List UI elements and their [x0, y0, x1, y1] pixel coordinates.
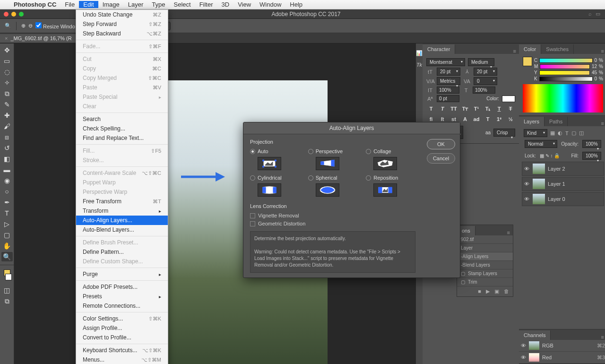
- history-brush-icon[interactable]: ↺: [1, 143, 13, 153]
- projection-option[interactable]: Collage: [366, 148, 415, 170]
- font-family-select[interactable]: Montserrat: [426, 58, 465, 66]
- menu-item[interactable]: Define Pattern...: [76, 247, 168, 257]
- tab-paths[interactable]: Paths: [544, 117, 568, 126]
- trash-icon[interactable]: 🗑: [504, 288, 509, 295]
- visibility-icon[interactable]: 👁: [523, 181, 530, 187]
- background-swatch[interactable]: [5, 274, 12, 280]
- glyphs-icon[interactable]: Tk: [416, 62, 422, 68]
- menu-item[interactable]: Menus...⌥⇧⌘M: [76, 355, 168, 364]
- stamp-tool-icon[interactable]: ⧇: [1, 132, 13, 142]
- smallcaps-button[interactable]: Tᴛ: [460, 105, 470, 113]
- hscale[interactable]: [473, 87, 495, 94]
- menu-item[interactable]: Find and Replace Text...: [76, 133, 168, 143]
- leading[interactable]: 20 pt: [474, 68, 497, 76]
- menu-item[interactable]: Adobe PDF Presets...: [76, 282, 168, 292]
- filter-shape-icon[interactable]: ▢: [571, 130, 576, 136]
- dodge-tool-icon[interactable]: ○: [1, 187, 13, 196]
- stop-icon[interactable]: ■: [478, 288, 481, 295]
- menu-item[interactable]: Purge: [76, 269, 168, 279]
- panel-menu-icon[interactable]: ≡: [598, 48, 605, 54]
- zoom-in-icon[interactable]: ⊕: [21, 23, 26, 29]
- superscript-button[interactable]: T¹: [472, 105, 481, 113]
- visibility-icon[interactable]: 👁: [521, 343, 526, 348]
- fg-color-swatch[interactable]: [523, 57, 532, 66]
- channel-row[interactable]: 👁 RGB ⌘2: [519, 340, 605, 352]
- filter-kind[interactable]: Kind: [524, 129, 547, 137]
- filter-pixel-icon[interactable]: ▦: [550, 130, 555, 136]
- window-controls[interactable]: [0, 12, 24, 17]
- menu-item[interactable]: Remote Connections...: [76, 301, 168, 311]
- subscript-button[interactable]: T₁: [483, 105, 493, 113]
- strike-button[interactable]: T: [506, 105, 515, 113]
- menu-item[interactable]: Check Spelling...: [76, 124, 168, 133]
- tab-swatches[interactable]: Swatches: [541, 44, 574, 54]
- underline-button[interactable]: T: [494, 105, 504, 113]
- projection-option[interactable]: Reposition: [366, 175, 415, 197]
- menu-3d[interactable]: 3D: [217, 1, 234, 8]
- projection-option[interactable]: Spherical: [308, 175, 358, 197]
- projection-option[interactable]: Auto: [250, 148, 300, 170]
- zoom-tool-icon[interactable]: 🔍: [1, 252, 13, 261]
- type-tool-icon[interactable]: T: [1, 208, 13, 218]
- visibility-icon[interactable]: 👁: [523, 196, 530, 202]
- wand-tool-icon[interactable]: ✧: [1, 78, 13, 87]
- menu-item[interactable]: Assign Profile...: [76, 323, 168, 333]
- menu-item[interactable]: Search: [76, 114, 168, 124]
- menu-item[interactable]: Convert to Profile...: [76, 333, 168, 342]
- close-tab-icon[interactable]: ×: [5, 35, 8, 41]
- menu-edit[interactable]: Edit: [79, 1, 98, 8]
- path-tool-icon[interactable]: ▷: [1, 219, 13, 229]
- menu-layer[interactable]: Layer: [124, 1, 148, 8]
- hand-tool-icon[interactable]: ✋: [1, 241, 13, 251]
- search-icon[interactable]: ⌕: [588, 11, 592, 17]
- brush-tool-icon[interactable]: 🖌: [1, 121, 13, 131]
- gradient-tool-icon[interactable]: ▬: [1, 165, 13, 174]
- quickmask-icon[interactable]: ◫: [1, 286, 13, 295]
- font-size[interactable]: 20 pt: [437, 68, 460, 76]
- color-spectrum[interactable]: [523, 84, 603, 113]
- filter-smart-icon[interactable]: ◫: [579, 130, 584, 136]
- menu-item[interactable]: Auto-Blend Layers...: [76, 225, 168, 234]
- vignette-checkbox[interactable]: Vignette Removal: [250, 213, 415, 218]
- panel-menu-icon[interactable]: ≡: [598, 334, 605, 340]
- visibility-icon[interactable]: 👁: [523, 166, 530, 172]
- menu-help[interactable]: Help: [285, 1, 307, 8]
- tab-layers[interactable]: Layers: [519, 117, 544, 126]
- app-name[interactable]: Photoshop CC: [9, 1, 60, 8]
- baseline[interactable]: [437, 95, 459, 102]
- font-weight-select[interactable]: Medium: [468, 58, 494, 66]
- blend-mode[interactable]: Normal: [525, 140, 557, 148]
- minimize-icon[interactable]: [11, 12, 16, 17]
- zoom-out-icon[interactable]: ⊖: [28, 23, 33, 29]
- kerning[interactable]: Metrics: [437, 77, 460, 85]
- panel-menu-icon[interactable]: ≡: [598, 121, 605, 126]
- lock-icons[interactable]: ▦ ✎ ↕ 🔒: [540, 153, 560, 158]
- tab-character[interactable]: Character: [423, 44, 455, 54]
- shape-tool-icon[interactable]: ▢: [1, 230, 13, 240]
- tab-color[interactable]: Color: [519, 44, 541, 54]
- projection-option[interactable]: Cylindrical: [250, 175, 300, 197]
- menu-image[interactable]: Image: [98, 1, 124, 8]
- move-tool-icon[interactable]: ✥: [1, 45, 13, 55]
- panel-menu-icon[interactable]: ≡: [510, 48, 519, 54]
- crop-tool-icon[interactable]: ⧉: [1, 89, 13, 98]
- workspace-icon[interactable]: ▭: [596, 11, 600, 17]
- menu-window[interactable]: Window: [255, 1, 285, 8]
- allcaps-button[interactable]: TT: [449, 105, 458, 113]
- pen-tool-icon[interactable]: ✒: [1, 198, 13, 207]
- eraser-tool-icon[interactable]: ◧: [1, 154, 13, 164]
- new-icon[interactable]: ▣: [494, 288, 499, 295]
- layer-row[interactable]: 👁 Layer 1: [522, 177, 604, 191]
- layer-row[interactable]: 👁 Layer 2: [522, 162, 604, 176]
- tab-channels[interactable]: Channels: [519, 330, 551, 340]
- cancel-button[interactable]: Cancel: [427, 153, 455, 164]
- menu-item[interactable]: Presets: [76, 292, 168, 301]
- menu-type[interactable]: Type: [147, 1, 169, 8]
- eyedropper-tool-icon[interactable]: ✎: [1, 100, 13, 109]
- fill-opacity[interactable]: 100%: [582, 152, 601, 160]
- menu-item[interactable]: Keyboard Shortcuts...⌥⇧⌘K: [76, 346, 168, 355]
- heal-tool-icon[interactable]: ✚: [1, 111, 13, 120]
- projection-option[interactable]: Perspective: [308, 148, 358, 170]
- antialias-select[interactable]: Crisp: [493, 129, 515, 137]
- histogram-icon[interactable]: 📊: [416, 50, 423, 56]
